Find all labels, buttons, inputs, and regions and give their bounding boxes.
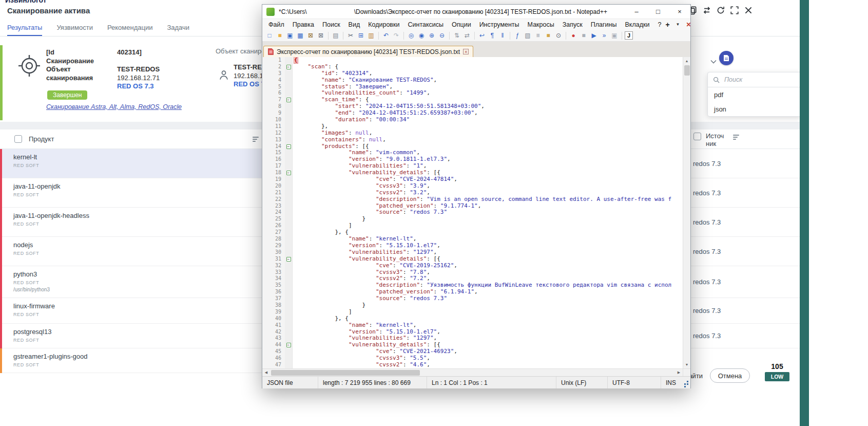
scroll-up-arrow[interactable]: ▲ — [683, 57, 690, 65]
zoom-out-icon[interactable]: ⊖ — [437, 31, 447, 40]
source-row[interactable]: redos 7.3 — [690, 266, 800, 298]
paste-icon[interactable]: ▥ — [367, 31, 376, 40]
export-option-pdf[interactable]: pdf — [708, 87, 801, 102]
product-row[interactable]: java-11-openjdk-headlessRED SOFT — [0, 208, 267, 237]
chevron-down-icon[interactable] — [710, 57, 717, 66]
play-macro-icon[interactable]: ▶ — [589, 31, 599, 40]
product-row[interactable]: kernel-ltRED SOFT — [0, 149, 267, 178]
menu-Плагины[interactable]: Плагины — [587, 20, 621, 29]
json-plugin-icon[interactable]: J — [625, 31, 633, 40]
function-list-icon[interactable]: ƒ — [513, 31, 522, 40]
document-list-icon[interactable]: ≡ — [533, 31, 543, 40]
sync-horizontal-icon[interactable]: ⇄ — [462, 31, 472, 40]
menu-?[interactable]: ? — [653, 20, 665, 29]
resize-grip-icon[interactable] — [682, 377, 690, 388]
stop-macro-icon[interactable]: ■ — [579, 31, 588, 40]
source-sort-filter-icon[interactable] — [733, 135, 739, 140]
fullscreen-icon[interactable] — [730, 6, 739, 15]
sort-filter-icon[interactable] — [253, 137, 259, 142]
menu-Вкладки[interactable]: Вкладки — [621, 20, 653, 29]
undo-icon[interactable]: ↶ — [381, 31, 391, 40]
source-row[interactable]: redos 7.3 — [690, 237, 800, 266]
replace-icon[interactable]: ◉ — [417, 31, 426, 40]
source-row[interactable]: redos 7.3 — [690, 178, 800, 208]
zoom-in-icon[interactable]: ⊕ — [427, 31, 436, 40]
horizontal-scroll-thumb[interactable] — [271, 370, 420, 376]
fold-toggle-icon[interactable]: − — [286, 65, 291, 69]
status-encoding[interactable]: UTF-8 — [607, 377, 661, 388]
status-eol-format[interactable]: Unix (LF) — [556, 377, 607, 388]
tab-Задачи[interactable]: Задачи — [167, 24, 189, 36]
source-select-all-checkbox[interactable] — [693, 133, 701, 140]
window-close-button[interactable]: × — [669, 5, 690, 18]
word-wrap-icon[interactable]: ↩ — [477, 31, 487, 40]
folder-workspace-icon[interactable]: ■ — [544, 31, 553, 40]
close-tab-button[interactable]: ✕ — [686, 21, 691, 28]
export-option-json[interactable]: json — [708, 102, 801, 116]
close-file-icon[interactable]: ⊠ — [306, 31, 315, 40]
fold-toggle-icon[interactable]: − — [286, 343, 291, 347]
cancel-button[interactable]: Отмена — [710, 368, 750, 383]
show-all-chars-icon[interactable]: ¶ — [488, 31, 497, 40]
tab-close-icon[interactable]: x — [463, 49, 469, 54]
product-row[interactable]: nodejsRED SOFT — [0, 237, 267, 266]
monitoring-icon[interactable]: ⊙ — [554, 31, 563, 40]
new-tab-button[interactable]: + — [665, 21, 669, 29]
product-row[interactable]: java-11-openjdkRED SOFT — [0, 178, 267, 208]
fold-toggle-icon[interactable]: − — [286, 144, 291, 149]
close-icon[interactable] — [744, 6, 753, 15]
search-input[interactable] — [723, 76, 785, 84]
menu-Кодировки[interactable]: Кодировки — [364, 20, 403, 29]
source-row[interactable]: redos 7.3 — [690, 208, 800, 237]
refresh-icon[interactable] — [716, 6, 725, 15]
product-row[interactable]: linux-firmwareRED SOFT — [0, 298, 267, 324]
product-row[interactable]: python3RED SOFT/usr/bin/python3 — [0, 266, 267, 298]
menu-Вид[interactable]: Вид — [344, 20, 364, 29]
menu-Запуск[interactable]: Запуск — [558, 20, 587, 29]
source-row[interactable]: redos 7.3 — [690, 324, 800, 348]
menu-Опции[interactable]: Опции — [448, 20, 475, 29]
cut-icon[interactable]: ✂ — [346, 31, 355, 40]
tab-Результаты[interactable]: Результаты — [7, 24, 42, 36]
document-tab[interactable]: Экспресс-отчет по сканированию [402314] … — [263, 46, 473, 57]
menu-Синтаксисы[interactable]: Синтаксисы — [403, 20, 448, 29]
run-macro-multi-icon[interactable]: » — [600, 31, 609, 40]
maximize-button[interactable]: □ — [647, 5, 669, 18]
scroll-right-arrow[interactable]: ▶ — [675, 369, 683, 376]
tab-Уязвимости[interactable]: Уязвимости — [56, 24, 92, 36]
fold-toggle-icon[interactable]: − — [286, 257, 291, 262]
open-folder-icon[interactable]: ■ — [275, 31, 284, 40]
status-insert-mode[interactable]: INS — [661, 377, 682, 388]
menu-Правка[interactable]: Правка — [288, 20, 318, 29]
fold-toggle-icon[interactable]: − — [286, 98, 291, 102]
product-row[interactable]: postgresql13RED SOFT — [0, 324, 267, 348]
save-icon[interactable]: ▣ — [285, 31, 295, 40]
horizontal-scroll-track[interactable] — [270, 369, 675, 376]
product-row[interactable]: gstreamer1-plugins-goodRED SOFT — [0, 348, 267, 373]
scan-profile-link[interactable]: Сканирование Astra, Alt, Alma, RedOS, Or… — [46, 103, 182, 110]
document-map-icon[interactable]: ▧ — [523, 31, 532, 40]
minimize-button[interactable]: – — [626, 5, 647, 18]
copy-icon[interactable]: ⊞ — [356, 31, 365, 40]
indent-guide-icon[interactable]: ‖ — [498, 31, 507, 40]
title-bar[interactable]: *C:\Users\ \Downloads\Экспресс-отчет по … — [262, 5, 690, 19]
tab-list-button[interactable]: ▼ — [676, 22, 680, 27]
vertical-scrollbar[interactable]: ▲ ▼ — [683, 57, 690, 368]
menu-Поиск[interactable]: Поиск — [318, 20, 344, 29]
new-file-icon[interactable]: □ — [265, 31, 274, 40]
save-macro-icon[interactable]: ▣ — [610, 31, 619, 40]
save-all-icon[interactable]: ▦ — [296, 31, 305, 40]
menu-Макросы[interactable]: Макросы — [524, 20, 558, 29]
find-icon[interactable]: ◎ — [407, 31, 416, 40]
close-all-icon[interactable]: ⊠ — [316, 31, 325, 40]
horizontal-scrollbar[interactable]: ◀ ▶ — [262, 368, 690, 376]
vertical-scroll-thumb[interactable] — [684, 65, 690, 76]
sync-vertical-icon[interactable]: ⇅ — [452, 31, 461, 40]
select-all-checkbox[interactable] — [14, 135, 22, 143]
export-report-button[interactable] — [719, 51, 734, 65]
tab-Рекомендации[interactable]: Рекомендации — [107, 24, 153, 36]
scroll-left-arrow[interactable]: ◀ — [262, 369, 270, 376]
source-row[interactable]: redos 7.3 — [690, 149, 800, 178]
fold-toggle-icon[interactable]: − — [286, 171, 291, 175]
scroll-down-arrow[interactable]: ▼ — [683, 361, 690, 368]
